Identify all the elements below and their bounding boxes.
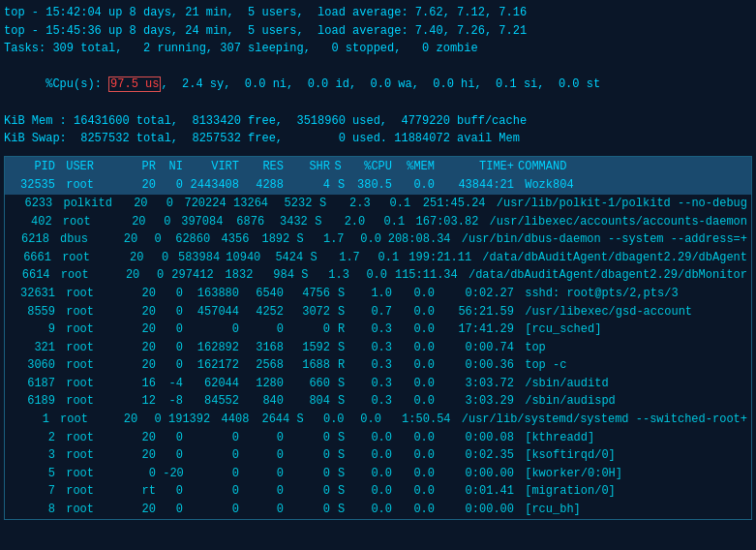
cell-shr: 3072	[284, 303, 330, 321]
cell-mem: 0.0	[349, 266, 387, 285]
cell-mem: 0.0	[392, 303, 435, 321]
cell-cpu: 0.0	[346, 465, 392, 483]
cell-virt: 191392	[162, 411, 211, 429]
mem-line: KiB Mem : 16431600 total, 8133420 free, …	[4, 112, 752, 131]
cell-time: 0:00.74	[435, 339, 514, 357]
cell-res: 0	[239, 501, 284, 519]
cpu-highlight: 97.5 us	[108, 76, 161, 92]
cell-res: 4356	[210, 230, 249, 249]
cell-pr: 20	[129, 429, 156, 447]
cell-time: 0:02.35	[435, 446, 514, 465]
cell-mem: 0.0	[392, 392, 435, 411]
table-row: 9 root 20 0 0 0 0 R 0.3 0.0 17:41.29 [rc…	[5, 321, 751, 339]
cell-shr: 1688	[284, 356, 330, 375]
cell-mem: 0.0	[392, 446, 435, 465]
table-row: 32631 root 20 0 163880 6540 4756 S 1.0 0…	[5, 285, 751, 303]
cell-mem: 0.0	[392, 429, 435, 447]
cell-cmd: [rcu_sched]	[514, 321, 747, 339]
cell-pid: 1	[9, 411, 53, 429]
cell-cpu: 0.3	[346, 375, 392, 393]
cell-ni: 0	[156, 501, 183, 519]
cell-pid: 6661	[9, 249, 55, 267]
cell-ni: -4	[156, 375, 183, 393]
cell-cpu: 0.0	[346, 429, 392, 447]
cell-virt: 62860	[162, 230, 211, 249]
cell-virt: 0	[183, 501, 239, 519]
cell-cpu: 1.0	[346, 285, 392, 303]
cell-pr: 12	[129, 392, 156, 411]
table-header: PID USER PR NI VIRT RES SHR S %CPU %MEM …	[5, 157, 751, 177]
col-virt-header: VIRT	[183, 158, 239, 176]
cell-cpu: 2.3	[326, 195, 370, 213]
cell-res: 4288	[239, 176, 284, 195]
table-row: 6233 polkitd 20 0 720224 13264 5232 S 2.…	[5, 195, 751, 213]
cell-user: root	[59, 429, 129, 447]
cell-shr: 0	[284, 321, 330, 339]
table-row: 32535 root 20 0 2443408 4288 4 S 380.5 0…	[5, 176, 751, 195]
cell-s: S	[330, 429, 346, 447]
cell-s: S	[308, 213, 322, 231]
cell-time: 56:21.59	[435, 303, 514, 321]
terminal-window: top - 15:42:04 up 8 days, 21 min, 5 user…	[0, 0, 756, 522]
cell-shr: 0	[284, 429, 330, 447]
cell-cmd: [rcu_bh]	[514, 501, 747, 519]
cell-pid: 402	[9, 213, 56, 231]
cell-mem: 0.0	[345, 411, 381, 429]
cell-cmd: [kworker/0:0H]	[514, 465, 747, 483]
cell-pr: 20	[129, 339, 156, 357]
cell-time: 0:00.00	[435, 501, 514, 519]
table-row: 7 root rt 0 0 0 0 S 0.0 0.0 0:01.41 [mig…	[5, 482, 751, 501]
cell-ni: 0	[156, 339, 183, 357]
cell-cmd: [kthreadd]	[514, 429, 747, 447]
cell-ni: 0	[156, 321, 183, 339]
cell-pr: 20	[129, 501, 156, 519]
cell-shr: 5424	[260, 249, 303, 267]
cell-s: S	[330, 446, 346, 465]
cell-ni: 0	[139, 266, 164, 285]
cell-shr: 4	[284, 176, 330, 195]
col-cpu-header: %CPU	[346, 158, 392, 176]
cell-time: 0:00.00	[435, 465, 514, 483]
cell-s: S	[330, 392, 346, 411]
cell-pid: 6218	[9, 230, 53, 249]
cell-cmd: sshd: root@pts/2,pts/3	[514, 285, 747, 303]
cell-s: S	[330, 339, 346, 357]
cell-cpu: 0.0	[346, 501, 392, 519]
swap-line: KiB Swap: 8257532 total, 8257532 free, 0…	[4, 130, 752, 148]
cell-shr: 1892	[249, 230, 289, 249]
cell-pid: 6233	[9, 195, 56, 213]
cell-pr: 20	[129, 176, 156, 195]
cell-time: 43844:21	[435, 176, 514, 195]
cell-cpu: 0.3	[346, 392, 392, 411]
cell-cmd: /sbin/auditd	[514, 375, 747, 393]
cell-pr: 0	[129, 465, 156, 483]
col-shr-header: SHR	[284, 158, 330, 176]
cell-cpu: 1.7	[318, 249, 360, 267]
cell-mem: 0.0	[392, 501, 435, 519]
cell-mem: 0.1	[360, 249, 399, 267]
cell-shr: 1592	[284, 339, 330, 357]
cell-time: 17:41.29	[435, 321, 514, 339]
header-line-1: top - 15:42:04 up 8 days, 21 min, 5 user…	[4, 4, 752, 22]
table-row: 1 root 20 0 191392 4408 2644 S 0.0 0.0 1…	[5, 411, 751, 429]
cell-ni: 0	[137, 411, 161, 429]
cell-mem: 0.0	[345, 230, 381, 249]
cell-time: 115:11.34	[387, 266, 458, 285]
cell-pr: 20	[122, 195, 147, 213]
cell-shr: 5232	[268, 195, 312, 213]
cell-cpu: 0.0	[346, 482, 392, 501]
cell-user: root	[59, 321, 129, 339]
cell-shr: 0	[284, 501, 330, 519]
cell-s: S	[330, 285, 346, 303]
col-s-header: S	[330, 158, 346, 176]
cell-shr: 4756	[284, 285, 330, 303]
cell-cmd: top -c	[514, 356, 747, 375]
cell-virt: 720224	[173, 195, 227, 213]
table-row: 402 root 20 0 397084 6876 3432 S 2.0 0.1…	[5, 213, 751, 231]
cell-pid: 5	[9, 465, 59, 483]
cell-virt: 162892	[183, 339, 239, 357]
cell-ni: 0	[148, 195, 173, 213]
cell-s: S	[330, 375, 346, 393]
table-body: 32535 root 20 0 2443408 4288 4 S 380.5 0…	[5, 176, 751, 518]
cell-ni: -20	[156, 465, 183, 483]
